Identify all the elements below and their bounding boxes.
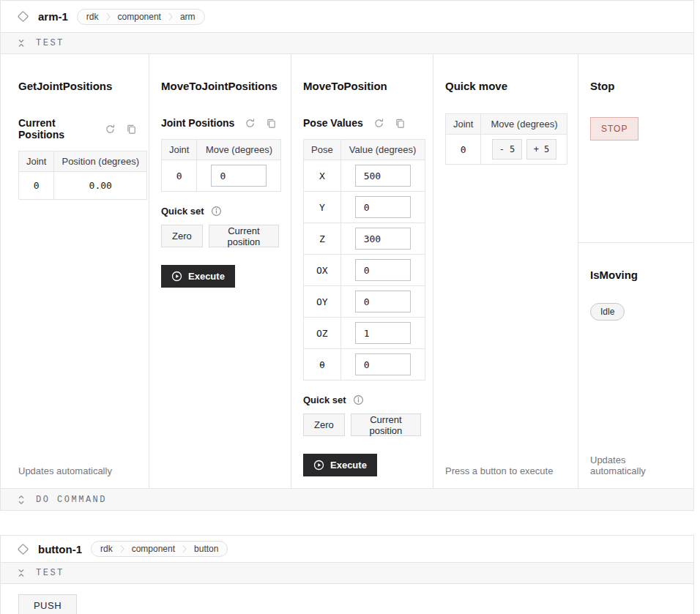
pose-oz-input[interactable] bbox=[355, 322, 411, 344]
table-row: OZ bbox=[304, 318, 425, 349]
table-subtitle: Pose Values bbox=[303, 117, 363, 129]
execute-label: Execute bbox=[330, 460, 367, 471]
method-title: MoveToJointPositions bbox=[161, 80, 278, 92]
pose-y-input[interactable] bbox=[355, 196, 411, 218]
component-name: arm-1 bbox=[38, 10, 68, 23]
copy-icon[interactable] bbox=[126, 124, 137, 135]
arm-card-header: arm-1 rdk component arm bbox=[1, 1, 693, 32]
chevron-right-icon bbox=[106, 12, 111, 21]
breadcrumb-segment: rdk bbox=[86, 12, 99, 22]
joint-move-input[interactable] bbox=[211, 165, 267, 187]
do-command-section-toggle[interactable]: DO COMMAND bbox=[1, 488, 693, 510]
auto-update-note: Updates automatically bbox=[590, 443, 682, 476]
table-row: OX bbox=[304, 255, 425, 286]
breadcrumb-segment: component bbox=[118, 12, 161, 22]
current-position-button[interactable]: Current position bbox=[209, 225, 279, 247]
refresh-icon[interactable] bbox=[105, 124, 116, 135]
method-title: IsMoving bbox=[590, 269, 638, 281]
table-row: 0 0.00 bbox=[19, 172, 147, 200]
column-header-value: Value (degrees) bbox=[340, 140, 425, 160]
component-diamond-icon bbox=[17, 543, 29, 555]
pose-label: Y bbox=[304, 192, 341, 223]
method-title: Stop bbox=[590, 80, 614, 92]
current-position-button[interactable]: Current position bbox=[351, 413, 421, 436]
move-minus-5-button[interactable]: - 5 bbox=[492, 139, 522, 160]
table-row: Y bbox=[304, 192, 425, 223]
breadcrumb-segment: rdk bbox=[100, 544, 113, 554]
column-header-move: Move (degrees) bbox=[481, 114, 567, 135]
test-panel: GetJointPositions Current Positions Join… bbox=[1, 54, 693, 488]
zero-button[interactable]: Zero bbox=[303, 413, 345, 436]
execute-button[interactable]: Execute bbox=[161, 265, 235, 288]
table-row: 0 - 5 + 5 bbox=[446, 135, 567, 165]
column-header-position: Position (degrees) bbox=[54, 151, 147, 172]
column-header-joint: Joint bbox=[19, 151, 54, 172]
breadcrumb-segment: component bbox=[132, 544, 175, 554]
breadcrumb: rdk component arm bbox=[77, 9, 205, 25]
column-header-joint: Joint bbox=[162, 140, 197, 160]
joint-index: 0 bbox=[19, 172, 54, 200]
chevron-right-icon bbox=[120, 544, 124, 553]
table-row: OY bbox=[304, 286, 425, 318]
push-button[interactable]: PUSH bbox=[18, 594, 77, 614]
pose-label: Z bbox=[304, 223, 341, 255]
pose-z-input[interactable] bbox=[355, 228, 411, 250]
table-row: 0 bbox=[162, 160, 281, 192]
pose-x-input[interactable] bbox=[355, 165, 411, 187]
pose-oy-input[interactable] bbox=[355, 291, 411, 312]
quick-set-label: Quick set bbox=[161, 206, 204, 217]
button-component-card: button-1 rdk component button TEST PUSH … bbox=[0, 535, 694, 614]
table-row: X bbox=[304, 160, 425, 192]
table-subtitle: Joint Positions bbox=[161, 117, 234, 129]
get-joint-positions-column: GetJointPositions Current Positions Join… bbox=[1, 54, 149, 488]
breadcrumb-segment: button bbox=[194, 544, 218, 554]
method-title: MoveToPosition bbox=[303, 80, 387, 92]
chevron-right-icon bbox=[168, 12, 173, 21]
current-positions-table: Joint Position (degrees) 0 0.00 bbox=[18, 151, 147, 200]
pose-values-table: Pose Value (degrees) X Y Z bbox=[303, 139, 425, 381]
is-moving-section: IsMoving Idle Updates automatically bbox=[578, 243, 693, 488]
table-row: θ bbox=[304, 349, 425, 381]
info-icon[interactable] bbox=[211, 206, 222, 217]
refresh-icon[interactable] bbox=[245, 118, 256, 129]
zero-button[interactable]: Zero bbox=[161, 225, 203, 247]
component-name: button-1 bbox=[38, 543, 82, 555]
table-subtitle: Current Positions bbox=[18, 117, 94, 141]
status-badge: Idle bbox=[590, 303, 625, 321]
test-section-label: TEST bbox=[36, 38, 64, 48]
info-icon[interactable] bbox=[353, 394, 364, 405]
copy-icon[interactable] bbox=[266, 118, 277, 129]
joint-index: 0 bbox=[446, 135, 481, 165]
column-header-move: Move (degrees) bbox=[197, 140, 281, 160]
pose-label: OZ bbox=[304, 318, 341, 349]
stop-button[interactable]: STOP bbox=[590, 117, 638, 141]
play-icon bbox=[313, 460, 324, 471]
pose-label: θ bbox=[304, 349, 341, 381]
test-section-toggle[interactable]: TEST bbox=[1, 32, 693, 54]
move-to-position-column: MoveToPosition Pose Values Pose Value (d… bbox=[291, 54, 433, 488]
collapse-icon bbox=[16, 568, 26, 578]
chevron-right-icon bbox=[182, 544, 187, 553]
do-command-section-label: DO COMMAND bbox=[36, 495, 107, 505]
column-header-pose: Pose bbox=[304, 140, 341, 160]
method-title: GetJointPositions bbox=[18, 80, 112, 92]
pose-label: OY bbox=[304, 286, 341, 318]
joint-position-value: 0.00 bbox=[54, 172, 147, 200]
test-section-toggle[interactable]: TEST bbox=[1, 562, 693, 584]
joint-index: 0 bbox=[162, 160, 197, 192]
copy-icon[interactable] bbox=[395, 118, 406, 129]
button-card-header: button-1 rdk component button bbox=[1, 536, 693, 562]
joint-positions-table: Joint Move (degrees) 0 bbox=[161, 139, 281, 192]
move-plus-5-button[interactable]: + 5 bbox=[526, 139, 556, 160]
quick-set-label: Quick set bbox=[303, 394, 346, 405]
play-icon bbox=[171, 271, 182, 282]
stop-section: Stop STOP bbox=[578, 54, 693, 243]
quick-move-column: Quick move Joint Move (degrees) 0 - 5 + … bbox=[433, 54, 578, 488]
execute-button[interactable]: Execute bbox=[303, 454, 377, 476]
auto-update-note: Updates automatically bbox=[18, 454, 112, 476]
pose-ox-input[interactable] bbox=[355, 259, 411, 281]
pose-theta-input[interactable] bbox=[355, 353, 411, 375]
pose-label: X bbox=[304, 160, 341, 192]
refresh-icon[interactable] bbox=[373, 118, 384, 129]
method-title: Quick move bbox=[445, 80, 507, 92]
